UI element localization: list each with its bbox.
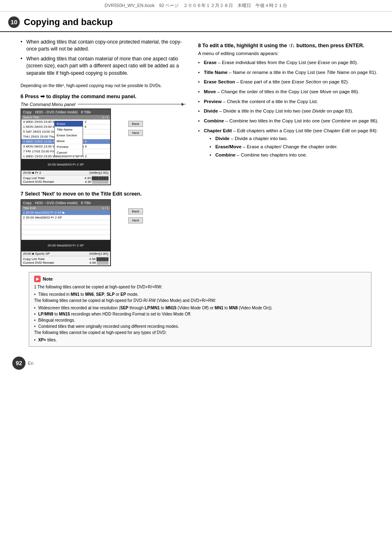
desc-erase: Erase – Erase individual titles from the… (198, 59, 380, 66)
s1-title-count: 8 Title (81, 110, 91, 114)
page-number: 92 (12, 357, 25, 370)
screen2-row1: 1 20:00 Mon25/03 Pr 3 SP ▶ (21, 210, 110, 215)
note-label: Note (43, 276, 53, 281)
desc-list: Erase – Erase individual titles from the… (198, 59, 380, 158)
popup-preview: Preview (55, 144, 83, 150)
screen2-preview: 20:00 Wed28/03 Pr 2 SP (21, 240, 110, 251)
desc-preview: Preview – Check the content of a title i… (198, 98, 380, 105)
step7-heading: 7 Select 'Next' to move on to the Title … (21, 191, 186, 197)
panel-arrow (78, 104, 186, 104)
screen2-row3 (21, 220, 110, 225)
step6-heading: 6 Press ➡ to display the command menu pa… (21, 93, 186, 99)
desc-chapter-edit: Chapter Edit – Edit chapters within a Co… (198, 127, 380, 159)
screen2-wrap: Copy HDD→DVD (Video mode) 8 Title Title … (21, 199, 127, 266)
indent-note: Depending on the title¹, high-speed copy… (21, 83, 186, 89)
note-content: 1 The following titles cannot be copied … (34, 284, 366, 343)
menu-appears: A menu of editing commands appears: (198, 51, 380, 56)
right-column: 8 To edit a title, highlight it using th… (198, 39, 380, 272)
screen2-row5 (21, 230, 110, 235)
bullet-1: When adding titles that contain copy-onc… (21, 39, 186, 53)
screen1-header: Copy HDD→DVD (Video mode) 8 Title (21, 109, 110, 115)
screen1: Copy HDD→DVD (Video mode) 8 Title Select… (21, 108, 111, 185)
screen2-preview-info: 20:00 ■ Sports SP 1h08m(2.8G) (21, 251, 110, 256)
file-info: DVR550H_WV_EN.book 92 ページ ２００６年１２月２８日 木曜… (105, 3, 288, 8)
note-section: ▶ Note 1 The following titles cannot be … (29, 272, 371, 347)
screen2-subheader: Title Edit 1 / 1 (21, 206, 110, 210)
screen2-row2: 2 20:00 Wed28/03 Pr 2 SP (21, 215, 110, 220)
screen1-wrap: Copy HDD→DVD (Video mode) 8 Title Select… (21, 108, 127, 185)
screen1-back-btn[interactable]: Back (128, 121, 143, 127)
screen1-next-btn[interactable]: Next (128, 130, 143, 136)
screen2-row4 (21, 225, 110, 230)
desc-divide: Divide – Divide a title in the Copy List… (198, 108, 380, 115)
chapter-sub-list: Divide – Divide a chapter into two. Eras… (204, 135, 380, 158)
intro-bullets: When adding titles that contain copy-onc… (21, 39, 186, 77)
chapter-sub-erase-move: Erase/Move – Erase a chapter/ Change the… (210, 143, 380, 150)
left-column: When adding titles that contain copy-onc… (21, 39, 186, 272)
chapter-badge: 10 (8, 16, 20, 28)
popup-move: Move (55, 138, 83, 144)
note-icon: ▶ (34, 276, 41, 282)
chapter-sub-divide: Divide – Divide a chapter into two. (210, 135, 380, 142)
s1-copy: Copy (23, 110, 32, 114)
chapter-title: Copying and backup (24, 17, 113, 28)
screen1-subheader: Select Title 1 / 1 (21, 115, 110, 120)
popup-title-name: Title Name (55, 127, 83, 133)
page-lang: En (28, 361, 33, 366)
desc-combine: Combine – Combine two titles in the Copy… (198, 117, 380, 124)
screen1-footer: Copy List Total 4.30 ▓▓▓▓▓▓▓ Current DVD… (21, 175, 110, 184)
screen1-preview-info: 20:00 ■ Pr 2 1h08m(2.0G) (21, 170, 110, 175)
desc-move: Move – Change the order of titles in the… (198, 88, 380, 95)
popup-cancel: Cancel (55, 150, 83, 156)
popup-menu: Erase Title Name Erase Section Move Prev… (54, 121, 83, 156)
panel-label-line: The Command Menu panel (21, 102, 186, 107)
top-header: DVR550H_WV_EN.book 92 ページ ２００６年１２月２８日 木曜… (0, 0, 392, 12)
screen2-next-btn[interactable]: Next (128, 217, 143, 223)
s1-select-title: Select Title (23, 115, 39, 119)
chapter-sub-combine: Combine – Combine two chapters into one. (210, 152, 380, 159)
panel-label: The Command Menu panel (21, 102, 75, 107)
chapter-header: 10 Copying and backup (0, 12, 392, 32)
popup-erase: Erase (55, 121, 83, 127)
note-title: ▶ Note (34, 276, 366, 282)
page-number-area: 92 En (0, 353, 392, 373)
s1-mode: HDD→DVD (Video mode) (35, 110, 78, 114)
s1-page: 1 / 1 (102, 115, 108, 119)
popup-erase-section: Erase Section (55, 133, 83, 138)
screen2-header: Copy HDD→DVD (Video mode) 8 Title (21, 200, 110, 206)
screen2-footer: Copy List Total 4.90 ▓▓▓▓▓ Current DVD R… (21, 256, 110, 265)
screen2-row6 (21, 235, 110, 240)
desc-erase-section: Erase Section – Erase part of a title (s… (198, 78, 380, 85)
screen2-back-btn[interactable]: Back (128, 208, 143, 214)
screen1-preview: 20:00 Wed28/03 Pr 2 SP (21, 159, 110, 170)
screen2: Copy HDD→DVD (Video mode) 8 Title Title … (21, 199, 111, 266)
bullet-2: When adding titles that contain material… (21, 55, 186, 77)
s2-title-edit: Title Edit (23, 206, 36, 210)
desc-title-name: Title Name – Name or rename a title in t… (198, 69, 380, 76)
step8-heading: 8 To edit a title, highlight it using th… (198, 43, 380, 48)
